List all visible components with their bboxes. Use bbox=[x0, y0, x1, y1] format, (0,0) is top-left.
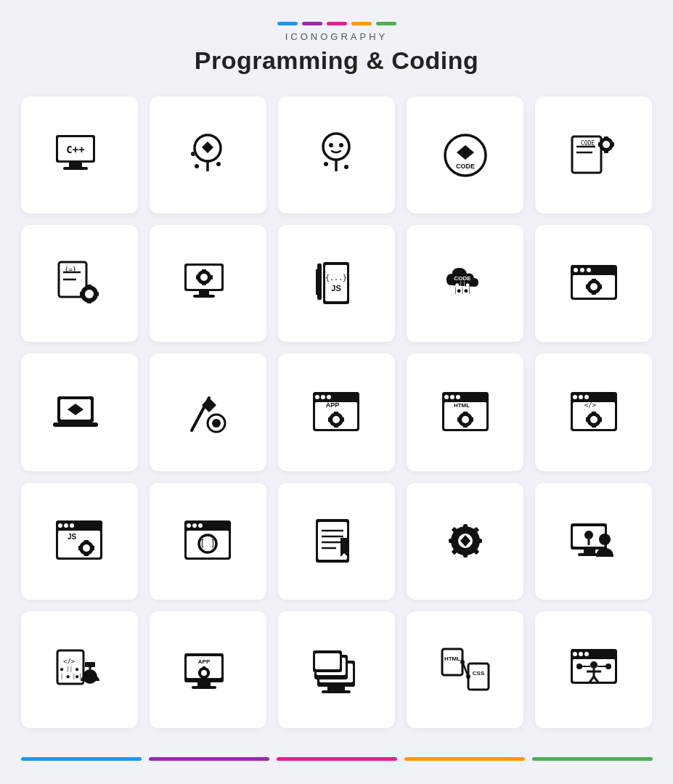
icon-monitor-gear[interactable] bbox=[150, 225, 266, 342]
svg-point-25 bbox=[603, 141, 610, 148]
svg-point-135 bbox=[192, 523, 197, 528]
svg-text:[ ]: [ ] bbox=[200, 539, 216, 549]
icon-html-css[interactable]: HTML CSS bbox=[407, 611, 523, 728]
icon-browser-person-network[interactable] bbox=[535, 611, 652, 728]
svg-rect-180 bbox=[198, 671, 200, 674]
icon-code-settings[interactable]: CODE bbox=[535, 97, 652, 213]
icon-laptop-diamond[interactable] bbox=[21, 354, 138, 470]
svg-text:JS: JS bbox=[332, 284, 341, 293]
icon-html-browser-gear[interactable]: HTML bbox=[407, 354, 523, 470]
icon-code-diamond-badge[interactable]: CODE bbox=[407, 97, 523, 213]
svg-point-162 bbox=[584, 531, 593, 539]
bar-blue bbox=[21, 757, 142, 761]
icon-app-gear-monitor[interactable]: APP bbox=[150, 611, 266, 728]
icon-app-settings[interactable]: APP bbox=[278, 354, 395, 470]
svg-text:</>: </> bbox=[584, 401, 597, 409]
icon-gear-diamond[interactable] bbox=[407, 483, 523, 600]
bar-orange bbox=[404, 757, 525, 761]
svg-point-82 bbox=[315, 395, 319, 399]
svg-text:APP: APP bbox=[198, 658, 211, 665]
icon-robot-pin[interactable] bbox=[278, 97, 395, 213]
svg-rect-93 bbox=[442, 392, 489, 402]
svg-rect-104 bbox=[470, 417, 473, 422]
page-header: ICONOGRAPHY Programming & Coding bbox=[195, 22, 479, 75]
svg-point-12 bbox=[329, 143, 333, 147]
icon-browser-bracket[interactable]: [ ] bbox=[150, 483, 266, 600]
svg-text:{...}: {...} bbox=[325, 274, 347, 282]
svg-rect-103 bbox=[457, 417, 460, 422]
svg-rect-37 bbox=[87, 300, 91, 303]
svg-point-97 bbox=[456, 395, 460, 399]
icon-cloud-code[interactable]: CODE ●││● │●│●│ bbox=[407, 225, 523, 342]
svg-rect-49 bbox=[210, 275, 213, 279]
svg-rect-120 bbox=[58, 531, 100, 558]
svg-text:● ││ ●: ● ││ ● bbox=[60, 666, 79, 672]
icon-code-browser-gear[interactable]: </> bbox=[535, 354, 652, 470]
svg-rect-27 bbox=[604, 150, 608, 153]
svg-point-63 bbox=[580, 268, 584, 272]
svg-rect-132 bbox=[184, 520, 231, 531]
svg-rect-127 bbox=[84, 540, 89, 543]
icon-code-layers-monitor[interactable]: { </> bbox=[278, 611, 395, 728]
svg-rect-48 bbox=[196, 275, 199, 279]
svg-point-204 bbox=[590, 661, 597, 669]
svg-rect-115 bbox=[592, 425, 596, 428]
svg-rect-101 bbox=[463, 412, 468, 415]
svg-rect-43 bbox=[193, 295, 215, 298]
svg-rect-102 bbox=[463, 425, 468, 428]
icon-file-code-gear[interactable]: {=} bbox=[21, 225, 138, 342]
svg-point-62 bbox=[574, 268, 578, 272]
svg-rect-179 bbox=[203, 677, 205, 679]
svg-rect-38 bbox=[80, 292, 83, 296]
svg-point-126 bbox=[83, 544, 90, 552]
svg-rect-128 bbox=[84, 553, 89, 556]
svg-rect-46 bbox=[202, 269, 206, 272]
icon-document-bookmark[interactable] bbox=[278, 483, 395, 600]
svg-point-8 bbox=[195, 164, 199, 168]
bar-purple bbox=[149, 757, 269, 761]
svg-text:APP: APP bbox=[326, 401, 340, 409]
svg-text:HTML: HTML bbox=[444, 656, 460, 662]
icon-js-book-pen[interactable]: JS {...} bbox=[278, 225, 395, 342]
svg-rect-55 bbox=[316, 269, 319, 295]
svg-point-201 bbox=[573, 652, 577, 656]
svg-rect-80 bbox=[313, 392, 359, 402]
svg-rect-42 bbox=[199, 291, 209, 295]
svg-rect-199 bbox=[571, 649, 617, 659]
icon-diamond-target[interactable] bbox=[150, 97, 266, 213]
bottom-color-bars bbox=[21, 757, 653, 761]
svg-text:CODE: CODE bbox=[581, 140, 595, 147]
svg-point-122 bbox=[64, 523, 68, 528]
icon-monitor-person[interactable] bbox=[535, 483, 652, 600]
svg-rect-184 bbox=[327, 687, 345, 690]
svg-point-121 bbox=[58, 523, 62, 528]
icon-js-browser-gear[interactable]: JS bbox=[21, 483, 138, 600]
svg-rect-68 bbox=[592, 292, 596, 295]
icon-cpp-monitor[interactable]: C++ bbox=[21, 97, 138, 213]
svg-point-110 bbox=[584, 395, 589, 399]
svg-rect-88 bbox=[334, 412, 338, 415]
svg-rect-174 bbox=[192, 686, 216, 689]
svg-point-95 bbox=[444, 395, 449, 399]
svg-rect-170 bbox=[85, 662, 95, 667]
svg-rect-194 bbox=[468, 663, 489, 690]
icon-browser-gear[interactable] bbox=[535, 225, 652, 342]
svg-point-210 bbox=[605, 663, 611, 669]
svg-rect-185 bbox=[322, 690, 351, 693]
svg-point-66 bbox=[590, 283, 597, 290]
svg-rect-106 bbox=[571, 392, 617, 402]
svg-point-113 bbox=[590, 416, 597, 423]
svg-rect-129 bbox=[78, 546, 81, 550]
svg-text:CSS: CSS bbox=[472, 670, 484, 677]
icon-pen-diamond-design[interactable] bbox=[150, 354, 266, 470]
brand-color-bar bbox=[195, 22, 479, 25]
svg-rect-114 bbox=[592, 412, 596, 415]
svg-rect-70 bbox=[599, 285, 602, 289]
page-title: Programming & Coding bbox=[195, 46, 479, 75]
icon-code-graduate[interactable]: </> ● ││ ● │ ● │●│ bbox=[21, 611, 138, 728]
svg-text:CODE: CODE bbox=[456, 163, 475, 170]
svg-rect-90 bbox=[328, 417, 331, 422]
dot-green bbox=[376, 22, 396, 25]
svg-text:│ ● │●│: │ ● │●│ bbox=[60, 673, 82, 679]
svg-point-45 bbox=[200, 274, 208, 281]
